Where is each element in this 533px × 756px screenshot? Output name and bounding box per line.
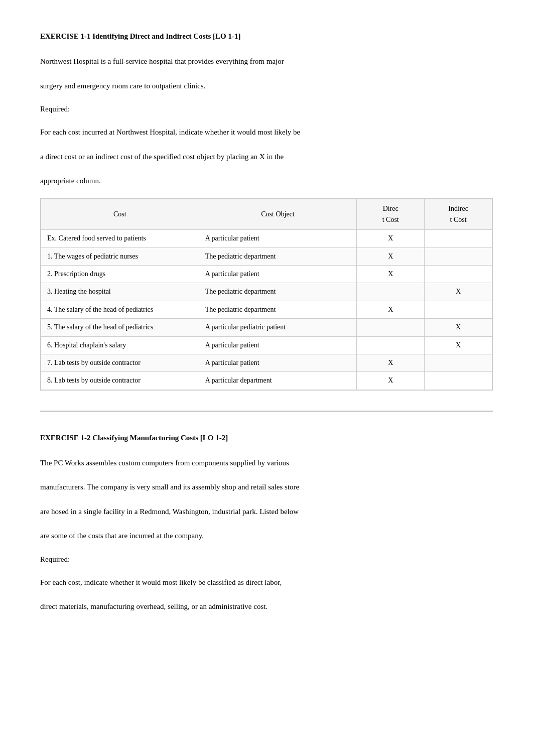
cell-indirect: [425, 247, 492, 265]
cell-indirect: [425, 372, 492, 390]
cell-direct: X: [357, 230, 425, 247]
cell-cost: Ex. Catered food served to patients: [41, 230, 199, 247]
cell-cost: 7. Lab tests by outside contractor: [41, 354, 199, 372]
cell-indirect: X: [425, 336, 492, 354]
cell-cost: 2. Prescription drugs: [41, 266, 199, 283]
exercise-1-required: Required:: [40, 103, 493, 115]
exercise-2-para6: direct materials, manufacturing overhead…: [40, 599, 493, 614]
exercise-2-title: EXERCISE 1-2 Classifying Manufacturing C…: [40, 432, 493, 444]
exercise-2-para1: The PC Works assembles custom computers …: [40, 456, 493, 470]
cell-cost: 6. Hospital chaplain's salary: [41, 336, 199, 354]
exercise-1-para5: appropriate column.: [40, 174, 493, 188]
cell-cost-object: The pediatric department: [199, 301, 357, 318]
cell-cost: 8. Lab tests by outside contractor: [41, 372, 199, 390]
table-row: 2. Prescription drugsA particular patien…: [41, 266, 492, 283]
exercise-1-section: EXERCISE 1-1 Identifying Direct and Indi…: [40, 30, 493, 391]
cell-direct: [357, 336, 425, 354]
cell-cost-object: A particular pediatric patient: [199, 319, 357, 336]
cell-direct: X: [357, 372, 425, 390]
exercise-1-para2: surgery and emergency room care to outpa…: [40, 79, 493, 93]
exercise-2-section: EXERCISE 1-2 Classifying Manufacturing C…: [40, 432, 493, 614]
exercise-2-para2: manufacturers. The company is very small…: [40, 480, 493, 494]
exercise-2-required: Required:: [40, 553, 493, 565]
cell-direct: X: [357, 301, 425, 318]
cell-cost: 4. The salary of the head of pediatrics: [41, 301, 199, 318]
table-row: 7. Lab tests by outside contractorA part…: [41, 354, 492, 372]
exercise-2-para4: are some of the costs that are incurred …: [40, 529, 493, 543]
cell-direct: [357, 319, 425, 336]
exercise-1-table: Cost Cost Object Direc t Cost Indirec t …: [40, 198, 493, 391]
cell-cost: 5. The salary of the head of pediatrics: [41, 319, 199, 336]
cell-cost-object: A particular patient: [199, 230, 357, 247]
cell-cost-object: A particular department: [199, 372, 357, 390]
exercise-2-para5: For each cost, indicate whether it would…: [40, 575, 493, 590]
col-direct: Direc t Cost: [357, 199, 425, 230]
col-cost-object: Cost Object: [199, 199, 357, 230]
cell-direct: X: [357, 266, 425, 283]
cell-indirect: [425, 266, 492, 283]
cell-cost-object: The pediatric department: [199, 283, 357, 301]
cell-cost-object: A particular patient: [199, 336, 357, 354]
table-row: 1. The wages of pediatric nursesThe pedi…: [41, 247, 492, 265]
section-divider: [40, 411, 493, 412]
exercise-2-para3: are hosed in a single facility in a Redm…: [40, 505, 493, 519]
cell-cost: 3. Heating the hospital: [41, 283, 199, 301]
cell-direct: X: [357, 354, 425, 372]
cell-cost: 1. The wages of pediatric nurses: [41, 247, 199, 265]
cell-indirect: [425, 301, 492, 318]
cell-indirect: X: [425, 283, 492, 301]
table-row: 5. The salary of the head of pediatricsA…: [41, 319, 492, 336]
table-row: 6. Hospital chaplain's salaryA particula…: [41, 336, 492, 354]
table-row: 8. Lab tests by outside contractorA part…: [41, 372, 492, 390]
cell-cost-object: A particular patient: [199, 354, 357, 372]
table-row: 3. Heating the hospitalThe pediatric dep…: [41, 283, 492, 301]
exercise-1-para3: For each cost incurred at Northwest Hosp…: [40, 125, 493, 140]
cell-indirect: [425, 230, 492, 247]
cell-cost-object: The pediatric department: [199, 247, 357, 265]
cell-indirect: [425, 354, 492, 372]
cell-direct: X: [357, 247, 425, 265]
exercise-1-para1: Northwest Hospital is a full-service hos…: [40, 54, 493, 69]
exercise-1-title: EXERCISE 1-1 Identifying Direct and Indi…: [40, 30, 493, 42]
table-row: Ex. Catered food served to patientsA par…: [41, 230, 492, 247]
cell-direct: [357, 283, 425, 301]
table-row: 4. The salary of the head of pediatricsT…: [41, 301, 492, 318]
cell-cost-object: A particular patient: [199, 266, 357, 283]
col-cost: Cost: [41, 199, 199, 230]
exercise-1-para4: a direct cost or an indirect cost of the…: [40, 150, 493, 164]
table-header-row: Cost Cost Object Direc t Cost Indirec t …: [41, 199, 492, 230]
cell-indirect: X: [425, 319, 492, 336]
col-indirect: Indirec t Cost: [425, 199, 492, 230]
